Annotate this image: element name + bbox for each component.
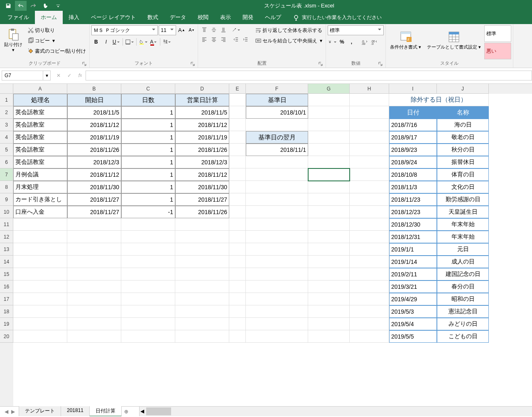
- cell-A16[interactable]: [13, 280, 67, 293]
- cell-D17[interactable]: [175, 293, 229, 305]
- cell-J10[interactable]: 天皇誕生日: [437, 206, 489, 218]
- cell-G5[interactable]: [308, 144, 350, 156]
- cell-H9[interactable]: [350, 193, 389, 206]
- cell-E7[interactable]: [229, 168, 246, 181]
- cell-D1[interactable]: 営業日計算: [175, 94, 229, 106]
- cell-D11[interactable]: [175, 218, 229, 231]
- cell-F14[interactable]: [246, 256, 308, 268]
- col-header-G[interactable]: G: [308, 84, 350, 94]
- number-launcher[interactable]: [378, 61, 383, 66]
- cell-C20[interactable]: [121, 330, 175, 343]
- cell-F20[interactable]: [246, 330, 308, 343]
- cell-I16[interactable]: 2019/3/21: [389, 280, 437, 293]
- cell-F15[interactable]: [246, 268, 308, 280]
- cell-A4[interactable]: 英会話教室: [13, 131, 67, 144]
- tab-page-layout[interactable]: ページ レイアウト: [85, 11, 142, 24]
- touch-mode-button[interactable]: [40, 1, 51, 11]
- cell-C16[interactable]: [121, 280, 175, 293]
- cell-G11[interactable]: [308, 218, 350, 231]
- cell-C6[interactable]: 1: [121, 156, 175, 168]
- cell-E13[interactable]: [229, 243, 246, 256]
- cell-E20[interactable]: [229, 330, 246, 343]
- cell-D10[interactable]: 2018/11/26: [175, 206, 229, 218]
- cell-F17[interactable]: [246, 293, 308, 305]
- enter-formula-button[interactable]: ✓: [64, 71, 75, 80]
- cell-H12[interactable]: [350, 231, 389, 243]
- cell-H3[interactable]: [350, 119, 389, 131]
- cell-E11[interactable]: [229, 218, 246, 231]
- cell-E6[interactable]: [229, 156, 246, 168]
- cancel-formula-button[interactable]: ✕: [53, 71, 64, 80]
- tab-insert[interactable]: 挿入: [63, 11, 85, 24]
- cell-G10[interactable]: [308, 206, 350, 218]
- align-right-button[interactable]: [219, 35, 228, 44]
- row-header-4[interactable]: 4: [0, 131, 13, 144]
- cell-E8[interactable]: [229, 181, 246, 193]
- decrease-indent-button[interactable]: [231, 35, 240, 44]
- cell-I15[interactable]: 2019/2/11: [389, 268, 437, 280]
- cell-J2[interactable]: 名称: [437, 106, 489, 119]
- merge-center-button[interactable]: セルを結合して中央揃え▾: [253, 36, 324, 46]
- wrap-text-button[interactable]: 折り返して全体を表示する: [253, 25, 324, 35]
- col-header-I[interactable]: I: [389, 84, 437, 94]
- cell-C19[interactable]: [121, 318, 175, 330]
- cell-G17[interactable]: [308, 293, 350, 305]
- cell-E9[interactable]: [229, 193, 246, 206]
- cell-A2[interactable]: 英会話教室: [13, 106, 67, 119]
- cell-D8[interactable]: 2018/11/30: [175, 181, 229, 193]
- format-painter-button[interactable]: 書式のコピー/貼り付け: [26, 46, 88, 56]
- cell-C7[interactable]: 1: [121, 168, 175, 181]
- name-box[interactable]: G7 ▾: [2, 71, 51, 80]
- cell-E19[interactable]: [229, 318, 246, 330]
- cell-G1[interactable]: [308, 94, 350, 106]
- cell-A18[interactable]: [13, 305, 67, 318]
- tab-formulas[interactable]: 数式: [142, 11, 164, 24]
- align-center-button[interactable]: [209, 35, 218, 44]
- cell-J5[interactable]: 秋分の日: [437, 144, 489, 156]
- cell-H16[interactable]: [350, 280, 389, 293]
- align-middle-button[interactable]: [209, 25, 218, 34]
- decrease-font-button[interactable]: A▼: [187, 25, 196, 34]
- cell-C8[interactable]: 1: [121, 181, 175, 193]
- row-header-3[interactable]: 3: [0, 119, 13, 131]
- row-header-12[interactable]: 12: [0, 231, 13, 243]
- cell-D6[interactable]: 2018/12/3: [175, 156, 229, 168]
- cell-J19[interactable]: みどりの日: [437, 318, 489, 330]
- cell-B14[interactable]: [67, 256, 121, 268]
- cell-C15[interactable]: [121, 268, 175, 280]
- cell-H18[interactable]: [350, 305, 389, 318]
- cell-C9[interactable]: 1: [121, 193, 175, 206]
- cell-I9[interactable]: 2018/11/23: [389, 193, 437, 206]
- cell-F4[interactable]: 基準日の翌月: [246, 131, 308, 144]
- cell-J11[interactable]: 年末年始: [437, 218, 489, 231]
- cell-J7[interactable]: 体育の日: [437, 168, 489, 181]
- cell-A15[interactable]: [13, 268, 67, 280]
- italic-button[interactable]: I: [101, 37, 110, 46]
- cell-H17[interactable]: [350, 293, 389, 305]
- cell-C12[interactable]: [121, 231, 175, 243]
- cell-G20[interactable]: [308, 330, 350, 343]
- cell-J12[interactable]: 年末年始: [437, 231, 489, 243]
- cell-G18[interactable]: [308, 305, 350, 318]
- horizontal-scrollbar[interactable]: ◀: [139, 407, 532, 416]
- cell-F7[interactable]: [246, 168, 308, 181]
- phonetic-button[interactable]: ㍻: [162, 37, 172, 46]
- tab-review[interactable]: 校閲: [192, 11, 214, 24]
- cell-H7[interactable]: [350, 168, 389, 181]
- decrease-decimal-button[interactable]: .00.0: [370, 37, 379, 46]
- row-header-15[interactable]: 15: [0, 268, 13, 280]
- increase-indent-button[interactable]: [241, 35, 250, 44]
- cell-E16[interactable]: [229, 280, 246, 293]
- col-header-H[interactable]: H: [350, 84, 389, 94]
- format-as-table-button[interactable]: テーブルとして書式設定 ▾: [424, 25, 483, 55]
- select-all-corner[interactable]: [0, 84, 13, 94]
- row-header-10[interactable]: 10: [0, 206, 13, 218]
- cell-H5[interactable]: [350, 144, 389, 156]
- cell-B15[interactable]: [67, 268, 121, 280]
- fill-color-button[interactable]: [139, 37, 148, 46]
- cell-D20[interactable]: [175, 330, 229, 343]
- row-header-1[interactable]: 1: [0, 94, 13, 106]
- cell-B5[interactable]: 2018/11/26: [67, 144, 121, 156]
- cell-B19[interactable]: [67, 318, 121, 330]
- cell-B6[interactable]: 2018/12/3: [67, 156, 121, 168]
